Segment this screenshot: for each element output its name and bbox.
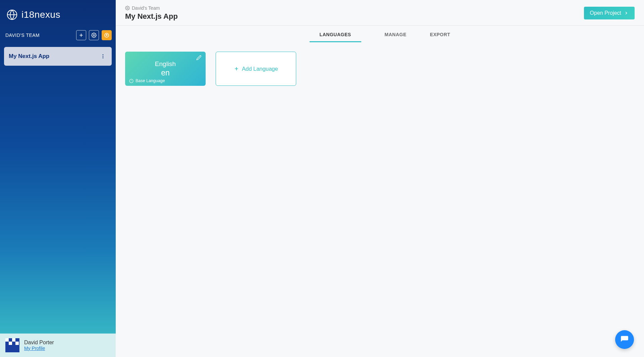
open-project-label: Open Project [590,10,621,16]
breadcrumb-team[interactable]: David's Team [132,5,160,11]
team-settings-button[interactable] [89,30,99,40]
language-grid: English en Base Language Add Language [116,42,644,95]
open-project-button[interactable]: Open Project [584,7,635,19]
team-header: DAVID'S TEAM [0,27,116,44]
user-info: David Porter My Profile [24,340,54,351]
globe-icon [6,9,18,21]
language-code: en [161,68,170,77]
svg-point-3 [103,54,104,55]
pencil-icon[interactable] [196,55,202,60]
brand-logo: i18nexus [0,0,116,27]
my-profile-link[interactable]: My Profile [24,346,54,351]
language-name: English [155,60,176,68]
brand-name: i18nexus [21,9,60,20]
svg-point-1 [93,35,95,36]
avatar [5,338,19,352]
svg-point-4 [103,56,104,57]
tab-export[interactable]: EXPORT [430,32,450,42]
plus-icon [234,66,239,71]
header-left: David's Team My Next.js App [125,5,178,21]
svg-point-6 [127,7,128,9]
main-content: David's Team My Next.js App Open Project… [116,0,644,357]
tab-manage[interactable]: MANAGE [385,32,407,42]
base-language-label: Base Language [136,78,165,83]
base-language-badge: Base Language [129,78,165,83]
language-card-en[interactable]: English en Base Language [125,52,206,86]
add-project-button[interactable] [76,30,86,40]
sidebar: i18nexus DAVID'S TEAM My Next.js App [0,0,116,357]
page-header: David's Team My Next.js App Open Project [116,0,644,26]
upload-button[interactable] [102,30,112,40]
team-actions [76,30,112,40]
tabs: LANGUAGES MANAGE EXPORT [116,26,644,42]
tab-languages[interactable]: LANGUAGES [310,32,361,42]
add-language-card[interactable]: Add Language [216,52,296,86]
svg-point-5 [103,57,104,58]
chat-button[interactable] [615,330,634,349]
gear-icon [125,6,130,10]
user-display-name: David Porter [24,340,54,346]
breadcrumb: David's Team [125,5,178,11]
user-footer: David Porter My Profile [0,334,116,357]
sidebar-project-item[interactable]: My Next.js App [4,47,112,66]
team-name: DAVID'S TEAM [4,33,40,38]
add-language-label: Add Language [242,66,278,72]
project-more-button[interactable] [99,52,107,60]
page-title: My Next.js App [125,12,178,21]
project-name-label: My Next.js App [9,53,49,60]
